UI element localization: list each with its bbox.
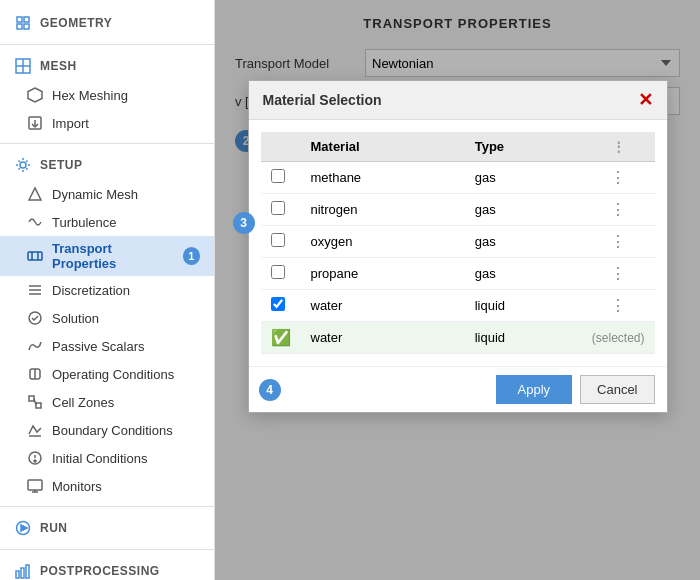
methane-checkbox[interactable] bbox=[271, 169, 285, 183]
sidebar-item-discretization[interactable]: Discretization bbox=[0, 276, 214, 304]
svg-point-26 bbox=[34, 460, 36, 462]
oxygen-checkbox[interactable] bbox=[271, 233, 285, 247]
sidebar-item-label: Boundary Conditions bbox=[52, 423, 173, 438]
table-row: methane gas ⋮ bbox=[261, 162, 655, 194]
badge-4: 4 bbox=[259, 379, 281, 401]
col-action-header: ⋮ bbox=[582, 132, 655, 162]
sidebar-item-dynamic-mesh[interactable]: Dynamic Mesh bbox=[0, 180, 214, 208]
material-name-confirmed: water bbox=[301, 322, 465, 354]
sidebar-item-label: Dynamic Mesh bbox=[52, 187, 138, 202]
sidebar-label-postprocessing: POSTPROCESSING bbox=[40, 564, 160, 578]
sidebar-section-setup[interactable]: SETUP bbox=[0, 150, 214, 180]
boundary-icon bbox=[26, 421, 44, 439]
sidebar-item-operating-conditions[interactable]: Operating Conditions bbox=[0, 360, 214, 388]
sidebar-section-geometry[interactable]: GEOMETRY bbox=[0, 8, 214, 38]
hex-meshing-icon bbox=[26, 86, 44, 104]
sidebar-item-label: Operating Conditions bbox=[52, 367, 174, 382]
nitrogen-action[interactable]: ⋮ bbox=[610, 201, 626, 218]
sidebar-label-geometry: GEOMETRY bbox=[40, 16, 112, 30]
sidebar-label-run: RUN bbox=[40, 521, 68, 535]
sidebar-section-postprocessing[interactable]: POSTPROCESSING bbox=[0, 556, 214, 580]
sidebar-item-label: Monitors bbox=[52, 479, 102, 494]
sidebar-item-passive-scalars[interactable]: Passive Scalars bbox=[0, 332, 214, 360]
material-name: propane bbox=[301, 258, 465, 290]
sidebar-item-import[interactable]: Import bbox=[0, 109, 214, 137]
operating-icon bbox=[26, 365, 44, 383]
nitrogen-checkbox[interactable] bbox=[271, 201, 285, 215]
material-name: oxygen bbox=[301, 226, 465, 258]
transport-icon bbox=[26, 247, 44, 265]
sidebar-item-label: Hex Meshing bbox=[52, 88, 128, 103]
material-type: gas bbox=[465, 194, 582, 226]
modal-close-button[interactable]: ✕ bbox=[638, 91, 653, 109]
sidebar-item-initial-conditions[interactable]: Initial Conditions bbox=[0, 444, 214, 472]
svg-rect-27 bbox=[28, 480, 42, 490]
sidebar-item-boundary-conditions[interactable]: Boundary Conditions bbox=[0, 416, 214, 444]
material-table: Material Type ⋮ methane gas ⋮ bbox=[261, 132, 655, 354]
cancel-button[interactable]: Cancel bbox=[580, 375, 654, 404]
material-type: liquid bbox=[465, 290, 582, 322]
material-name: nitrogen bbox=[301, 194, 465, 226]
table-row: oxygen gas ⋮ bbox=[261, 226, 655, 258]
svg-rect-34 bbox=[26, 565, 29, 578]
svg-rect-11 bbox=[28, 252, 42, 260]
material-type: gas bbox=[465, 226, 582, 258]
modal-header: Material Selection ✕ bbox=[249, 81, 667, 120]
solution-icon bbox=[26, 309, 44, 327]
svg-rect-2 bbox=[17, 24, 22, 29]
sidebar-item-hex-meshing[interactable]: Hex Meshing bbox=[0, 81, 214, 109]
sidebar-section-mesh[interactable]: MESH bbox=[0, 51, 214, 81]
water-checkbox[interactable] bbox=[271, 297, 285, 311]
oxygen-action[interactable]: ⋮ bbox=[610, 233, 626, 250]
import-icon bbox=[26, 114, 44, 132]
material-selection-modal: Material Selection ✕ 3 Material Type bbox=[248, 80, 668, 413]
sidebar-item-label: Import bbox=[52, 116, 89, 131]
svg-point-10 bbox=[20, 162, 26, 168]
monitors-icon bbox=[26, 477, 44, 495]
sidebar-item-label: Transport Properties bbox=[52, 241, 175, 271]
geometry-icon bbox=[14, 14, 32, 32]
postprocessing-icon bbox=[14, 562, 32, 580]
table-row: nitrogen gas ⋮ bbox=[261, 194, 655, 226]
sidebar-item-solution[interactable]: Solution bbox=[0, 304, 214, 332]
mesh-icon bbox=[14, 57, 32, 75]
sidebar-label-mesh: MESH bbox=[40, 59, 77, 73]
svg-rect-32 bbox=[16, 571, 19, 578]
sidebar-item-label: Discretization bbox=[52, 283, 130, 298]
svg-rect-21 bbox=[36, 403, 41, 408]
propane-checkbox[interactable] bbox=[271, 265, 285, 279]
sidebar-item-cell-zones[interactable]: Cell Zones bbox=[0, 388, 214, 416]
table-row: propane gas ⋮ bbox=[261, 258, 655, 290]
methane-action[interactable]: ⋮ bbox=[610, 169, 626, 186]
water-confirmed-icon: ✅ bbox=[271, 329, 291, 346]
material-type: gas bbox=[465, 162, 582, 194]
sidebar-item-monitors[interactable]: Monitors bbox=[0, 472, 214, 500]
table-row-selected: ✅ water liquid (selected) bbox=[261, 322, 655, 354]
propane-action[interactable]: ⋮ bbox=[610, 265, 626, 282]
material-type-confirmed: liquid bbox=[465, 322, 582, 354]
run-icon bbox=[14, 519, 32, 537]
table-row: water liquid ⋮ bbox=[261, 290, 655, 322]
dynamic-mesh-icon bbox=[26, 185, 44, 203]
sidebar-item-label: Solution bbox=[52, 311, 99, 326]
svg-marker-31 bbox=[21, 525, 27, 531]
sidebar-section-run[interactable]: RUN bbox=[0, 513, 214, 543]
sidebar: GEOMETRY MESH Hex Meshing Import bbox=[0, 0, 215, 580]
sidebar-item-turbulence[interactable]: Turbulence bbox=[0, 208, 214, 236]
water-action[interactable]: ⋮ bbox=[610, 297, 626, 314]
modal-overlay: Material Selection ✕ 3 Material Type bbox=[215, 0, 700, 580]
sidebar-item-label: Passive Scalars bbox=[52, 339, 144, 354]
svg-line-22 bbox=[34, 399, 36, 405]
discretization-icon bbox=[26, 281, 44, 299]
sidebar-item-transport-properties[interactable]: Transport Properties 1 bbox=[0, 236, 214, 276]
col-type-header: Type bbox=[465, 132, 582, 162]
apply-button[interactable]: Apply bbox=[496, 375, 573, 404]
svg-rect-0 bbox=[17, 17, 22, 22]
initial-conditions-icon bbox=[26, 449, 44, 467]
turbulence-icon bbox=[26, 213, 44, 231]
selected-label: (selected) bbox=[582, 322, 655, 354]
svg-rect-1 bbox=[24, 17, 29, 22]
svg-marker-7 bbox=[28, 88, 42, 102]
passive-scalars-icon bbox=[26, 337, 44, 355]
transport-badge: 1 bbox=[183, 247, 200, 265]
